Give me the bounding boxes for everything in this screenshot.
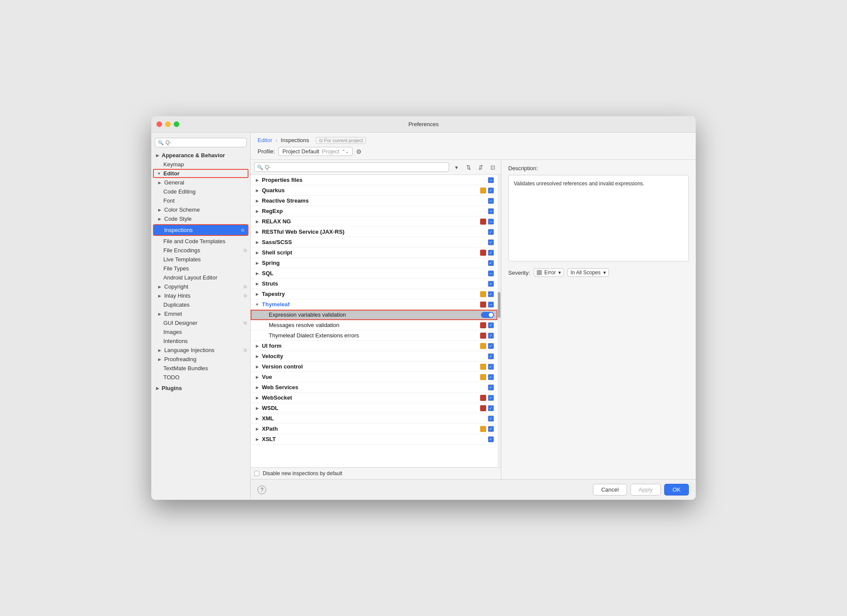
sidebar-item-intentions[interactable]: Intentions bbox=[151, 337, 250, 346]
insp-item-messages-resolve[interactable]: Messages resolve validation bbox=[251, 320, 497, 330]
sidebar-item-file-types[interactable]: File Types bbox=[151, 264, 250, 273]
relax-ng-check[interactable] bbox=[488, 219, 494, 225]
sql-check[interactable] bbox=[488, 270, 494, 276]
regexp-check[interactable] bbox=[488, 208, 494, 214]
inspections-scrollbar[interactable] bbox=[497, 175, 501, 467]
collapse-icon[interactable]: ⇵ bbox=[476, 162, 485, 172]
insp-item-xpath[interactable]: ▶ XPath bbox=[251, 424, 497, 434]
insp-item-websocket[interactable]: ▶ WebSocket bbox=[251, 393, 497, 403]
sass-check[interactable] bbox=[488, 239, 494, 245]
severity-dropdown[interactable]: Error ▾ bbox=[534, 268, 564, 277]
sidebar-item-general[interactable]: ▶ General bbox=[151, 178, 250, 187]
inspections-search-input[interactable] bbox=[265, 164, 446, 170]
dialect-errors-check[interactable] bbox=[488, 333, 494, 339]
sidebar-item-plugins[interactable]: ▶ Plugins bbox=[151, 384, 250, 393]
sidebar-item-todo[interactable]: TODO bbox=[151, 373, 250, 382]
cancel-button[interactable]: Cancel bbox=[593, 484, 627, 495]
filter-icon[interactable]: ▾ bbox=[452, 162, 461, 172]
struts-check[interactable] bbox=[488, 281, 494, 287]
scroll-thumb[interactable] bbox=[498, 292, 500, 318]
quarkus-check[interactable] bbox=[488, 187, 494, 194]
xpath-check[interactable] bbox=[488, 426, 494, 432]
inspections-search[interactable]: 🔍 bbox=[254, 162, 449, 172]
insp-item-quarkus[interactable]: ▶ Quarkus bbox=[251, 185, 497, 196]
sidebar-item-editor[interactable]: ▼ Editor bbox=[153, 169, 248, 178]
ui-form-check[interactable] bbox=[488, 343, 494, 349]
sidebar-item-color-scheme[interactable]: ▶ Color Scheme bbox=[151, 205, 250, 214]
minimize-button[interactable] bbox=[165, 121, 171, 127]
insp-item-vue[interactable]: ▶ Vue bbox=[251, 372, 497, 382]
insp-item-relax-ng[interactable]: ▶ RELAX NG bbox=[251, 216, 497, 227]
velocity-check[interactable] bbox=[488, 353, 494, 359]
insp-item-wsdl[interactable]: ▶ WSDL bbox=[251, 403, 497, 413]
insp-item-expr-vars[interactable]: Expression variables validation bbox=[251, 310, 497, 320]
expr-vars-toggle[interactable] bbox=[481, 312, 494, 318]
insp-item-shell-script[interactable]: ▶ Shell script bbox=[251, 248, 497, 258]
insp-item-restful[interactable]: ▶ RESTful Web Service (JAX-RS) bbox=[251, 227, 497, 237]
sidebar-item-textmate-bundles[interactable]: TextMate Bundles bbox=[151, 364, 250, 373]
ok-button[interactable]: OK bbox=[664, 484, 689, 495]
insp-item-reactive-streams[interactable]: ▶ Reactive Streams bbox=[251, 196, 497, 206]
apply-button[interactable]: Apply bbox=[630, 484, 661, 495]
sidebar-item-live-templates[interactable]: Live Templates bbox=[151, 255, 250, 264]
insp-item-version-control[interactable]: ▶ Version control bbox=[251, 362, 497, 372]
insp-item-spring[interactable]: ▶ Spring bbox=[251, 258, 497, 268]
sidebar-item-proofreading[interactable]: ▶ Proofreading bbox=[151, 355, 250, 364]
websocket-check[interactable] bbox=[488, 395, 494, 401]
insp-item-regexp[interactable]: ▶ RegExp bbox=[251, 206, 497, 216]
messages-resolve-check[interactable] bbox=[488, 322, 494, 328]
version-control-check[interactable] bbox=[488, 364, 494, 370]
insp-item-tapestry[interactable]: ▶ Tapestry bbox=[251, 289, 497, 299]
maximize-button[interactable] bbox=[174, 121, 179, 127]
xslt-check[interactable] bbox=[488, 436, 494, 442]
insp-item-properties-files[interactable]: ▶ Properties files bbox=[251, 175, 497, 185]
help-button[interactable]: ? bbox=[258, 486, 266, 494]
xml-check[interactable] bbox=[488, 416, 494, 422]
sidebar-item-keymap[interactable]: Keymap bbox=[151, 160, 250, 169]
insp-item-thymeleaf[interactable]: ▼ Thymeleaf bbox=[251, 299, 497, 310]
properties-files-check[interactable] bbox=[488, 177, 494, 183]
profile-select[interactable]: Project Default Project ⌃⌄ bbox=[278, 147, 353, 156]
sidebar-item-language-injections[interactable]: ▶ Language Injections ⧉ bbox=[151, 346, 250, 355]
web-services-check[interactable] bbox=[488, 384, 494, 391]
thymeleaf-check[interactable] bbox=[488, 302, 494, 308]
reactive-streams-check[interactable] bbox=[488, 198, 494, 204]
disable-new-inspections-checkbox[interactable] bbox=[254, 471, 259, 476]
sidebar-item-code-editing[interactable]: Code Editing bbox=[151, 187, 250, 196]
sidebar-item-gui-designer[interactable]: GUI Designer ⧉ bbox=[151, 318, 250, 327]
scope-dropdown[interactable]: In All Scopes ▾ bbox=[567, 268, 608, 277]
vue-check[interactable] bbox=[488, 374, 494, 380]
tapestry-check[interactable] bbox=[488, 291, 494, 297]
insp-item-dialect-errors[interactable]: Thymeleaf Dialect Extensions errors bbox=[251, 330, 497, 341]
insp-item-sass[interactable]: ▶ Sass/SCSS bbox=[251, 237, 497, 248]
sidebar-item-file-code-templates[interactable]: File and Code Templates bbox=[151, 237, 250, 246]
insp-item-web-services[interactable]: ▶ Web Services bbox=[251, 382, 497, 393]
restful-check[interactable] bbox=[488, 229, 494, 235]
sidebar-item-android-layout-editor[interactable]: Android Layout Editor bbox=[151, 273, 250, 282]
insp-item-xml[interactable]: ▶ XML bbox=[251, 413, 497, 424]
gear-icon[interactable]: ⚙ bbox=[356, 148, 362, 155]
sidebar-item-appearance[interactable]: ▶ Appearance & Behavior bbox=[151, 151, 250, 160]
sidebar-item-duplicates[interactable]: Duplicates bbox=[151, 300, 250, 309]
insp-item-xslt[interactable]: ▶ XSLT bbox=[251, 434, 497, 445]
expand-icon[interactable]: ⇅ bbox=[464, 162, 473, 172]
sidebar-item-file-encodings[interactable]: File Encodings ⧉ bbox=[151, 246, 250, 255]
shell-script-check[interactable] bbox=[488, 250, 494, 256]
close-button[interactable] bbox=[156, 121, 162, 127]
insp-item-ui-form[interactable]: ▶ UI form bbox=[251, 341, 497, 351]
sidebar-item-inspections[interactable]: Inspections ⧉ bbox=[153, 224, 248, 236]
sidebar-search-input[interactable] bbox=[166, 140, 244, 146]
wsdl-check[interactable] bbox=[488, 405, 494, 411]
sidebar-item-images[interactable]: Images bbox=[151, 327, 250, 337]
sidebar-item-copyright[interactable]: ▶ Copyright ⧉ bbox=[151, 282, 250, 291]
insp-item-velocity[interactable]: ▶ Velocity bbox=[251, 351, 497, 362]
sidebar-item-emmet[interactable]: ▶ Emmet bbox=[151, 309, 250, 318]
copy-icon[interactable]: ⊡ bbox=[488, 162, 497, 172]
breadcrumb-editor[interactable]: Editor bbox=[258, 137, 272, 143]
insp-item-sql[interactable]: ▶ SQL bbox=[251, 268, 497, 279]
sidebar-item-font[interactable]: Font bbox=[151, 196, 250, 205]
sidebar-item-inlay-hints[interactable]: ▶ Inlay Hints ⧉ bbox=[151, 291, 250, 300]
spring-check[interactable] bbox=[488, 260, 494, 266]
sidebar-item-code-style[interactable]: ▶ Code Style bbox=[151, 214, 250, 223]
insp-item-struts[interactable]: ▶ Struts bbox=[251, 279, 497, 289]
